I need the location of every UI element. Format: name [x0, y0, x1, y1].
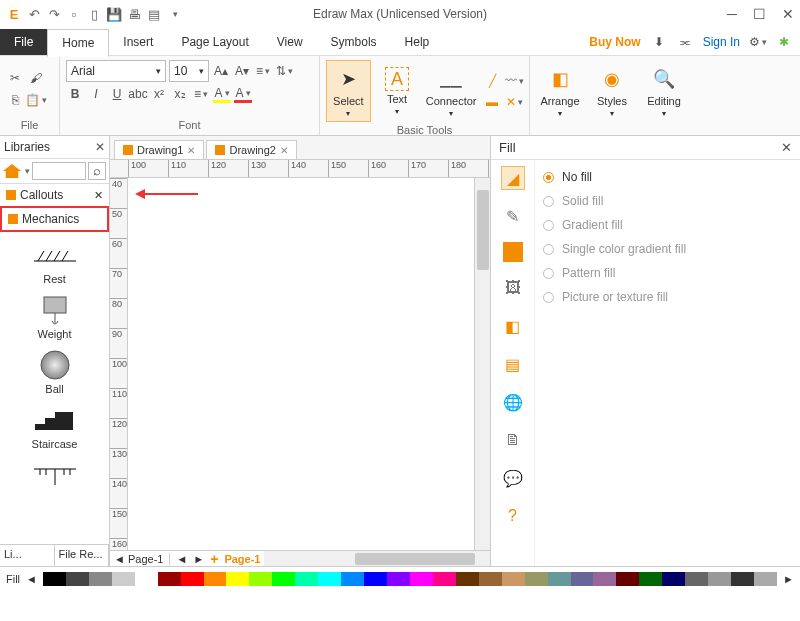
picture-icon[interactable]: 🖼	[501, 276, 525, 300]
shadow-icon[interactable]: ◧	[501, 314, 525, 338]
tab-insert[interactable]: Insert	[109, 29, 167, 55]
superscript-icon[interactable]: x²	[150, 85, 168, 103]
star-icon[interactable]: ✕	[505, 93, 523, 111]
home-icon[interactable]	[3, 164, 21, 178]
minimize-icon[interactable]: ─	[727, 6, 737, 22]
subscript-icon[interactable]: x₂	[171, 85, 189, 103]
fill-close-icon[interactable]: ✕	[781, 140, 792, 155]
brush-icon[interactable]: 🖌	[27, 69, 45, 87]
font-size-select[interactable]: 10▾	[169, 60, 209, 82]
fill-option[interactable]: Picture or texture fill	[543, 290, 792, 304]
shape-rest[interactable]: Rest	[34, 240, 76, 285]
font-color-icon[interactable]: A	[234, 85, 252, 103]
solid-fill-icon[interactable]	[503, 242, 523, 262]
fill-option[interactable]: Pattern fill	[543, 266, 792, 280]
export-icon[interactable]: ⬇	[651, 34, 667, 50]
cursor-icon: ➤	[334, 65, 362, 93]
horizontal-scrollbar[interactable]	[264, 551, 490, 566]
cut-icon[interactable]: ✂	[6, 69, 24, 87]
tab-page-layout[interactable]: Page Layout	[167, 29, 262, 55]
fill-option[interactable]: No fill	[543, 170, 792, 184]
connector-tool[interactable]: ⎯⎯ Connector▾	[423, 60, 479, 122]
shape-weight[interactable]: Weight	[34, 295, 76, 340]
print-icon[interactable]: 🖶	[126, 6, 142, 22]
underline-icon[interactable]: U	[108, 85, 126, 103]
shape-ball[interactable]: Ball	[34, 350, 76, 395]
editing-button[interactable]: 🔍 Editing▾	[640, 60, 688, 122]
curve-icon[interactable]: 〰	[505, 72, 523, 90]
arrange-button[interactable]: ◧ Arrange▾	[536, 60, 584, 122]
line-style-icon[interactable]: ✎	[501, 204, 525, 228]
lib-tab-1[interactable]: Li...	[0, 545, 55, 566]
current-page[interactable]: Page-1	[224, 553, 260, 565]
highlight-icon[interactable]: A	[213, 85, 231, 103]
fill-bucket-icon[interactable]: ◢	[501, 166, 525, 190]
shape-staircase[interactable]: Staircase	[32, 405, 78, 450]
next-page-icon[interactable]: ►	[193, 553, 204, 565]
save-icon[interactable]: 💾	[106, 6, 122, 22]
palette-next-icon[interactable]: ►	[783, 573, 794, 585]
text-tool[interactable]: A Text▾	[375, 60, 420, 122]
globe-icon[interactable]: 🌐	[501, 390, 525, 414]
paste-icon[interactable]: 📋	[27, 91, 45, 109]
preview-icon[interactable]: ▤	[146, 6, 162, 22]
fill-option[interactable]: Gradient fill	[543, 218, 792, 232]
font-name-select[interactable]: Arial▾	[66, 60, 166, 82]
bullets-icon[interactable]: ≡	[254, 62, 272, 80]
sign-in-link[interactable]: Sign In	[703, 35, 740, 49]
qat-menu-icon[interactable]	[166, 6, 182, 22]
svg-rect-5	[44, 297, 66, 313]
buy-now-link[interactable]: Buy Now	[589, 35, 640, 49]
category-mechanics[interactable]: Mechanics	[0, 206, 109, 232]
redo-icon[interactable]: ↷	[46, 6, 62, 22]
shape-antenna[interactable]	[34, 460, 76, 490]
prev-page-icon[interactable]: ◄	[176, 553, 187, 565]
line-icon[interactable]: ╱	[483, 72, 501, 90]
library-dropdown[interactable]	[32, 162, 86, 180]
group-file-label: File	[6, 117, 53, 131]
settings-icon[interactable]: ⚙	[750, 34, 766, 50]
vertical-scrollbar[interactable]	[474, 178, 490, 550]
page-icon[interactable]: 🗎	[501, 428, 525, 452]
color-palette[interactable]	[43, 572, 777, 586]
add-page-icon[interactable]: +	[210, 551, 218, 567]
select-tool[interactable]: ➤ Select▾	[326, 60, 371, 122]
share-icon[interactable]: ⫘	[677, 34, 693, 50]
notes-icon[interactable]: ▤	[501, 352, 525, 376]
spacing-icon[interactable]: ⇅	[275, 62, 293, 80]
maximize-icon[interactable]: ☐	[753, 6, 766, 22]
category-callouts[interactable]: Callouts ✕	[0, 184, 109, 206]
styles-button[interactable]: ◉ Styles▾	[588, 60, 636, 122]
fill-option[interactable]: Single color gradient fill	[543, 242, 792, 256]
doc-tab-drawing2[interactable]: Drawing2✕	[206, 140, 296, 159]
rect-icon[interactable]: ▬	[483, 93, 501, 111]
decrease-font-icon[interactable]: A▾	[233, 62, 251, 80]
canvas[interactable]	[128, 178, 474, 550]
file-menu[interactable]: File	[0, 29, 47, 55]
close-icon[interactable]: ✕	[782, 6, 794, 22]
tab-home[interactable]: Home	[47, 29, 109, 57]
italic-icon[interactable]: I	[87, 85, 105, 103]
chat-icon[interactable]: 💬	[501, 466, 525, 490]
open-icon[interactable]: ▯	[86, 6, 102, 22]
new-icon[interactable]: ▫	[66, 6, 82, 22]
doc-tab-drawing1[interactable]: Drawing1✕	[114, 140, 204, 159]
increase-font-icon[interactable]: A▴	[212, 62, 230, 80]
tab-help[interactable]: Help	[391, 29, 444, 55]
bold-icon[interactable]: B	[66, 85, 84, 103]
align-icon[interactable]: ≡	[192, 85, 210, 103]
help-icon[interactable]: ?	[501, 504, 525, 528]
libraries-close-icon[interactable]: ✕	[95, 140, 105, 154]
home-dropdown-icon[interactable]	[23, 166, 30, 176]
undo-icon[interactable]: ↶	[26, 6, 42, 22]
page-nav[interactable]: ◄ Page-1	[114, 553, 170, 565]
status-fill-label: Fill	[6, 573, 20, 585]
copy-icon[interactable]: ⎘	[6, 91, 24, 109]
fill-option[interactable]: Solid fill	[543, 194, 792, 208]
palette-prev-icon[interactable]: ◄	[26, 573, 37, 585]
tab-view[interactable]: View	[263, 29, 317, 55]
strike-icon[interactable]: abc	[129, 85, 147, 103]
tab-symbols[interactable]: Symbols	[317, 29, 391, 55]
search-icon[interactable]: ⌕	[88, 162, 106, 180]
lib-tab-2[interactable]: File Re...	[55, 545, 110, 566]
